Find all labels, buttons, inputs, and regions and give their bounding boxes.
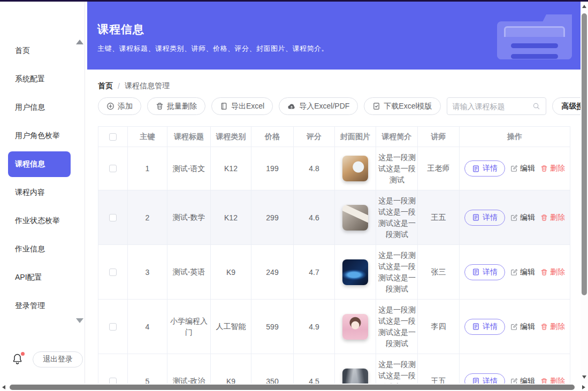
sidebar-item[interactable]: 登录管理	[8, 293, 71, 319]
sidebar-item-label: 用户角色枚举	[15, 131, 60, 141]
course-table: 主键课程标题课程类别价格评分封面图片课程简介讲师操作 1 测试-语文 K12 1…	[98, 126, 570, 391]
row-checkbox[interactable]	[109, 165, 117, 172]
sidebar-item-label: 用户信息	[15, 103, 45, 112]
sidebar-item-label: 登录管理	[15, 301, 45, 311]
sidebar-item[interactable]: 课程信息	[8, 151, 71, 177]
page-body: 首页 / 课程信息管理 添加 批量删除	[87, 81, 581, 391]
detail-button[interactable]: 详情	[464, 160, 505, 177]
horizontal-scrollbar[interactable]	[0, 384, 581, 391]
cell-intro: 这是一段测试这是一段测试这是一段测试	[376, 190, 418, 245]
horizontal-scrollbar-thumb[interactable]	[10, 385, 575, 390]
export-excel-button[interactable]: 导出Excel	[211, 97, 273, 115]
trash-icon	[540, 214, 548, 221]
edit-button[interactable]: 编辑	[510, 213, 535, 223]
cell-category: K9	[211, 245, 251, 300]
column-header: 操作	[460, 127, 570, 147]
sidebar-item[interactable]: 首页	[8, 38, 71, 64]
batch-delete-button[interactable]: 批量删除	[147, 97, 205, 115]
delete-button[interactable]: 删除	[540, 267, 565, 277]
edit-button[interactable]: 编辑	[510, 164, 535, 173]
notebook-icon	[220, 102, 228, 110]
notification-bell-icon[interactable]	[11, 352, 24, 366]
sidebar-item[interactable]: 用户信息	[8, 95, 71, 120]
menu-scroll-down-icon[interactable]	[76, 318, 83, 323]
search-icon	[532, 102, 540, 110]
add-button[interactable]: 添加	[98, 97, 141, 115]
cell-price: 199	[251, 147, 294, 190]
breadcrumb: 首页 / 课程信息管理	[98, 81, 570, 91]
edit-button[interactable]: 编辑	[510, 267, 535, 277]
row-checkbox[interactable]	[109, 323, 117, 331]
cell-teacher: 李四	[418, 300, 460, 354]
scrollbar-down-icon[interactable]	[582, 375, 586, 379]
detail-button[interactable]: 详情	[464, 319, 505, 335]
sidebar-item-label: 课程信息	[15, 159, 45, 169]
vertical-scrollbar[interactable]	[581, 2, 588, 384]
trash-icon	[540, 323, 548, 331]
vertical-scrollbar-thumb[interactable]	[582, 13, 587, 295]
cell-intro: 这是一段测试这是一段测试这是一段测试	[376, 300, 418, 354]
document-icon	[472, 268, 480, 276]
detail-button[interactable]: 详情	[464, 210, 505, 226]
notification-badge	[21, 352, 25, 356]
cell-teacher: 王老师	[418, 147, 460, 190]
plus-circle-icon	[106, 102, 114, 110]
select-all-checkbox[interactable]	[109, 133, 117, 141]
column-header: 课程类别	[211, 127, 251, 147]
row-checkbox[interactable]	[109, 269, 117, 276]
document-icon	[472, 213, 480, 221]
cell-rating: 4.6	[294, 190, 335, 245]
cell-category: 人工智能	[211, 300, 251, 354]
sidebar-item[interactable]: 用户角色枚举	[8, 123, 71, 149]
search-input-wrapper	[447, 97, 546, 115]
download-template-button[interactable]: 下载Excel模版	[364, 97, 440, 115]
import-excel-button[interactable]: 导入Excel/PDF	[279, 97, 358, 115]
document-icon	[472, 165, 480, 173]
cell-actions: 详情 编辑 删除	[460, 300, 570, 354]
cell-teacher: 张三	[418, 245, 460, 300]
cell-intro: 这是一段测试这是一段测试这是一段测试	[376, 245, 418, 300]
breadcrumb-current: 课程信息管理	[125, 81, 170, 91]
sidebar-item-label: 作业信息	[15, 244, 45, 254]
table-row: 4 小学编程入门 人工智能 599 4.9 这是一段测试这是一段测试这是一段测试…	[98, 300, 570, 354]
column-header: 评分	[294, 127, 335, 147]
edit-icon	[510, 269, 518, 276]
breadcrumb-home-link[interactable]: 首页	[98, 81, 113, 91]
sidebar-item-label: 首页	[15, 46, 30, 56]
edit-button[interactable]: 编辑	[510, 322, 535, 332]
cell-cover	[335, 190, 376, 245]
sidebar-item[interactable]: 系统配置	[8, 66, 71, 92]
cell-id: 1	[128, 147, 167, 190]
sidebar-footer: 退出登录	[0, 350, 85, 369]
sidebar-menu: 首页 系统配置 用户信息 用户角色枚举 课程信息 课程内容 作业状态枚举 作业信…	[0, 38, 85, 319]
sidebar-item-label: 作业状态枚举	[15, 216, 60, 226]
cover-image	[342, 205, 368, 231]
delete-button[interactable]: 删除	[540, 213, 565, 223]
detail-button[interactable]: 详情	[464, 264, 505, 280]
scrollbar-corner	[581, 384, 588, 391]
cloud-upload-icon	[287, 102, 296, 111]
trash-icon	[540, 269, 548, 276]
cover-image	[342, 314, 368, 340]
delete-button[interactable]: 删除	[540, 322, 565, 332]
sidebar-item[interactable]: API配置	[8, 265, 71, 290]
cell-id: 4	[128, 300, 167, 354]
column-header: 封面图片	[335, 127, 376, 147]
row-checkbox[interactable]	[109, 214, 117, 221]
column-header: 课程简介	[376, 127, 418, 147]
delete-button[interactable]: 删除	[540, 164, 565, 173]
scrollbar-left-icon[interactable]	[2, 385, 5, 389]
scrollbar-up-icon[interactable]	[582, 5, 586, 8]
cell-id: 3	[128, 245, 167, 300]
sidebar-item[interactable]: 作业信息	[8, 236, 71, 262]
scrollbar-right-icon[interactable]	[582, 385, 585, 389]
sidebar-item[interactable]: 课程内容	[8, 180, 71, 205]
logout-button[interactable]: 退出登录	[33, 351, 83, 367]
edit-icon	[510, 323, 518, 331]
cover-image	[342, 156, 368, 181]
search-input[interactable]	[453, 102, 529, 111]
sidebar-item[interactable]: 作业状态枚举	[8, 208, 71, 234]
edit-icon	[510, 214, 518, 221]
cell-title: 测试-数学	[167, 190, 211, 245]
cell-cover	[335, 245, 376, 300]
